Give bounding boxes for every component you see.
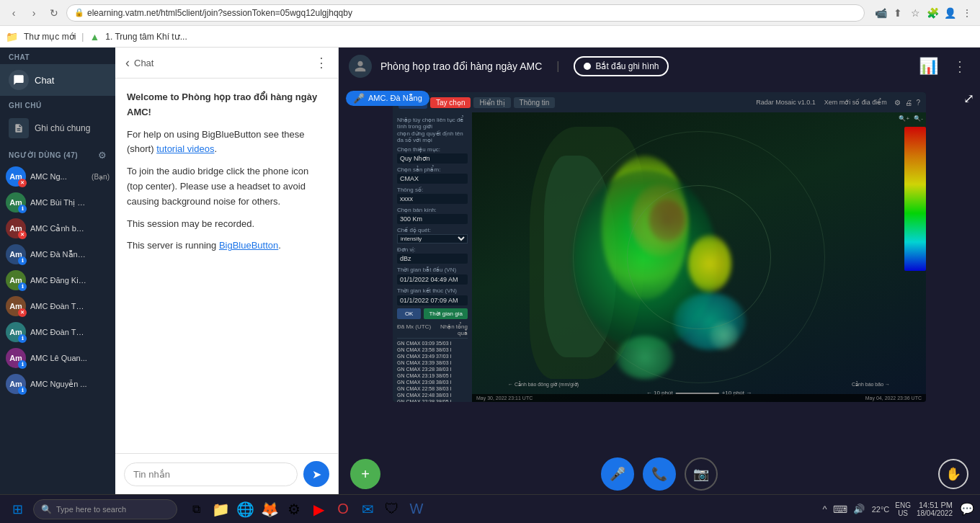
- record-message: This session may be recorded.: [127, 217, 326, 232]
- forward-button[interactable]: ›: [26, 5, 42, 21]
- antivirus-icon[interactable]: 🛡: [380, 498, 404, 521]
- record-button[interactable]: Bắt đầu ghi hình: [574, 56, 669, 76]
- user-item[interactable]: Am ℹ AMC Bùi Thị Q...: [0, 189, 115, 215]
- chat-input[interactable]: [124, 462, 298, 486]
- data-table: GN CMAX 03:09 35/03 I GN CMAX 23:58 38/0…: [397, 340, 468, 402]
- browser-icons: 📹 ⬆ ☆ 🧩 👤 ⋮: [873, 6, 974, 20]
- tab1-label[interactable]: Thư mục mới: [24, 32, 76, 42]
- refresh-button[interactable]: ↻: [46, 5, 62, 21]
- url-text: elearning.vatm.net/html5client/join?sess…: [87, 8, 352, 18]
- radar-display: ⤢ 🛡 Tay chọn Hiển thị Thông tin Radar Mo…: [339, 85, 980, 454]
- radar-map: ← 10 phút +10 phút → May 30, 2022 23:11 …: [472, 112, 926, 402]
- phone-button[interactable]: 📞: [643, 457, 676, 491]
- color-legend: [904, 127, 926, 271]
- add-icon: +: [361, 466, 370, 483]
- clock-time: 14:51 PM: [919, 501, 953, 509]
- volume-icon[interactable]: 🔊: [852, 502, 866, 516]
- radar-tab-2[interactable]: Hiển thị: [473, 97, 510, 108]
- user-item[interactable]: Am ✕ AMC Ng... (Bạn): [0, 164, 115, 189]
- quetmode-select[interactable]: intensity: [397, 234, 468, 243]
- star-icon[interactable]: ☆: [908, 6, 922, 20]
- user-item[interactable]: Am ℹ AMC Lê Quan...: [0, 345, 115, 371]
- presenter-name: AMC. Đà Nẵng: [368, 94, 422, 103]
- folder-icon: 📁: [6, 31, 18, 43]
- users-settings-icon[interactable]: ⚙: [98, 150, 107, 161]
- expand-icon[interactable]: ⤢: [963, 91, 974, 107]
- chat-input-area: ➤: [115, 453, 338, 494]
- start-time: 01/1/2022 04:49 AM: [397, 274, 468, 285]
- notes-section-label: GHI CHÚ: [0, 96, 115, 112]
- back-button[interactable]: ‹: [6, 5, 22, 21]
- weather-widget[interactable]: 22°C: [872, 505, 890, 514]
- clock-date: 18/04/2022: [917, 509, 953, 517]
- bbb-link[interactable]: BigBlueButton: [219, 240, 278, 251]
- chrome-icon[interactable]: ⚙: [282, 498, 306, 521]
- mic-button[interactable]: 🎤: [601, 457, 634, 491]
- radar-container: 🛡 Tay chọn Hiển thị Thông tin Radar Mosa…: [393, 92, 926, 402]
- user-badge: ✕: [18, 308, 27, 317]
- avatar: Am ℹ: [6, 192, 26, 213]
- keyboard-icon[interactable]: ⌨: [832, 502, 849, 517]
- chat-back-button[interactable]: ‹ Chat: [125, 55, 153, 71]
- user-item[interactable]: Am ℹ AMC Đà Nẵng 4: [0, 241, 115, 267]
- thoigian-button[interactable]: Thời gian gia: [424, 308, 468, 319]
- end-button[interactable]: ✋: [938, 459, 968, 489]
- user-item[interactable]: Am ✕ AMC Đoàn Thị ...: [0, 293, 115, 319]
- radar-subtitle: Xem mới số đia điểm: [824, 99, 887, 106]
- user-badge: ℹ: [18, 256, 27, 265]
- profile-icon[interactable]: 👤: [943, 6, 957, 20]
- user-name: AMC Nguyễn ...: [30, 380, 88, 389]
- address-bar[interactable]: 🔒 elearning.vatm.net/html5client/join?se…: [66, 4, 865, 22]
- bar-chart-icon[interactable]: 📊: [916, 54, 941, 79]
- taskview-icon[interactable]: ⧉: [184, 498, 208, 521]
- audio-message: To join the audio bridge click the phone…: [127, 164, 326, 209]
- clock-widget[interactable]: 14:51 PM 18/04/2022: [917, 501, 953, 517]
- outlook-icon[interactable]: ✉: [356, 498, 379, 521]
- ok-button[interactable]: OK: [397, 308, 421, 319]
- tray-arrow-icon[interactable]: ^: [821, 502, 829, 516]
- user-item[interactable]: Am ✕ AMC Cảnh báo...: [0, 215, 115, 241]
- radar-field-tinhbao: Nhập tùy chọn liên tục để tính trong giớ…: [397, 117, 468, 143]
- weather-temp: 22°C: [872, 505, 890, 514]
- youtube-icon[interactable]: ▶: [307, 498, 330, 521]
- user-item[interactable]: Am ℹ AMC Nguyễn ...: [0, 371, 115, 397]
- bottom-labels: ← Cảnh báo đông giờ (mm/giờ) Cảnh báo bã…: [472, 382, 926, 388]
- user-badge: ℹ: [18, 282, 27, 291]
- chat-more-button[interactable]: ⋮: [315, 55, 328, 71]
- share-icon[interactable]: ⬆: [891, 6, 905, 20]
- tab2-label[interactable]: 1. Trung tâm Khí tư...: [105, 32, 187, 42]
- camera-off-icon: 📷: [693, 466, 709, 482]
- cast-icon[interactable]: 📹: [873, 6, 888, 20]
- phone-icon: 📞: [651, 466, 667, 482]
- video-more-icon[interactable]: ⋮: [950, 55, 970, 78]
- browser-bar: ‹ › ↻ 🔒 elearning.vatm.net/html5client/j…: [0, 0, 980, 26]
- office-icon[interactable]: O: [331, 498, 355, 521]
- camera-button[interactable]: 📷: [685, 457, 718, 491]
- video-top-bar: Phòng họp trao đổi hàng ngày AMC | Bắt đ…: [339, 48, 980, 85]
- extension-icon[interactable]: 🧩: [925, 6, 940, 20]
- user-name: AMC Đà Nẵng 4: [30, 250, 88, 259]
- edge-icon[interactable]: 🌐: [233, 498, 257, 521]
- radar-tab-active[interactable]: Tay chọn: [430, 97, 471, 108]
- taskbar-search[interactable]: 🔍 Type here to search: [33, 499, 177, 519]
- presenter-badge: 🎤 AMC. Đà Nẵng: [346, 91, 429, 106]
- chat-button[interactable]: Chat: [0, 64, 115, 96]
- firefox-icon[interactable]: 🦊: [258, 498, 281, 521]
- notification-icon[interactable]: 💬: [958, 501, 976, 517]
- system-tray: ^ ⌨ 🔊: [821, 502, 866, 517]
- radar-tab-3[interactable]: Thông tin: [514, 97, 556, 108]
- notes-button[interactable]: Ghi chú chung: [0, 112, 115, 144]
- video-area: Phòng họp trao đổi hàng ngày AMC | Bắt đ…: [339, 48, 980, 494]
- radar-field-thanhthi: Thông số: xxxx: [397, 187, 468, 204]
- user-item[interactable]: Am ℹ AMC Đoàn Thị ...: [0, 319, 115, 345]
- add-button[interactable]: +: [350, 459, 380, 489]
- user-item[interactable]: Am ℹ AMC Đăng Kiê...: [0, 267, 115, 293]
- menu-icon[interactable]: ⋮: [960, 6, 974, 20]
- start-button[interactable]: ⊞: [4, 499, 30, 520]
- locale-widget[interactable]: ENG US: [895, 501, 911, 517]
- explorer-icon[interactable]: 📁: [209, 498, 232, 521]
- chat-send-button[interactable]: ➤: [303, 461, 329, 487]
- tutorial-link[interactable]: tutorial videos: [156, 143, 214, 154]
- user-name: AMC Đoàn Thị ...: [30, 302, 88, 311]
- word-icon[interactable]: W: [405, 498, 428, 521]
